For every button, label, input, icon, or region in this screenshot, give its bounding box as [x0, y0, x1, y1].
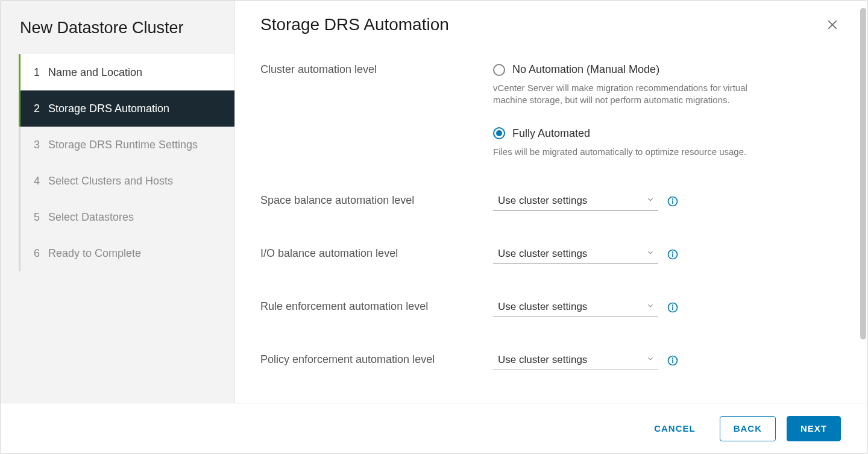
label-cluster-automation-level: Cluster automation level — [260, 63, 493, 158]
wizard-steps: 1 Name and Location 2 Storage DRS Automa… — [19, 54, 234, 271]
step-number: 3 — [34, 139, 48, 151]
step-storage-drs-automation[interactable]: 2 Storage DRS Automation — [19, 90, 234, 127]
chevron-down-icon — [646, 355, 655, 365]
step-label: Name and Location — [48, 66, 142, 79]
svg-point-12 — [672, 358, 673, 359]
select-value: Use cluster settings — [498, 195, 587, 207]
step-label: Storage DRS Automation — [48, 102, 169, 115]
step-number: 2 — [34, 102, 48, 115]
step-number: 5 — [34, 211, 48, 224]
step-ready-to-complete: 6 Ready to Complete — [20, 235, 234, 271]
wizard-sidebar: New Datastore Cluster 1 Name and Locatio… — [1, 1, 235, 403]
chevron-down-icon — [646, 195, 655, 206]
radio-input-fully-automated[interactable] — [493, 127, 505, 139]
select-io-balance[interactable]: Use cluster settings — [493, 247, 658, 264]
wizard-modal: New Datastore Cluster 1 Name and Locatio… — [0, 0, 868, 454]
radio-option-no-automation: No Automation (Manual Mode) vCenter Serv… — [493, 63, 807, 107]
step-label: Select Datastores — [48, 211, 134, 224]
radio-label: No Automation (Manual Mode) — [512, 63, 659, 76]
field-space-balance: Use cluster settings — [493, 194, 807, 211]
svg-point-6 — [672, 251, 673, 253]
svg-rect-7 — [672, 253, 673, 257]
scrollbar[interactable] — [860, 8, 866, 394]
label-rule-enforcement: Rule enforcement automation level — [260, 300, 493, 317]
row-policy-enforcement-automation-level: Policy enforcement automation level Use … — [260, 353, 842, 370]
wizard-content: Storage DRS Automation Cluster automatio… — [235, 1, 867, 403]
radio-input-no-automation[interactable] — [493, 64, 505, 76]
svg-rect-4 — [672, 200, 673, 204]
field-policy-enforcement: Use cluster settings — [493, 353, 807, 370]
step-label: Select Clusters and Hosts — [48, 175, 173, 188]
field-io-balance: Use cluster settings — [493, 247, 807, 264]
select-value: Use cluster settings — [498, 301, 587, 313]
svg-point-9 — [672, 304, 673, 306]
radio-description: vCenter Server will make migration recom… — [493, 82, 758, 107]
field-cluster-automation-level: No Automation (Manual Mode) vCenter Serv… — [493, 63, 807, 158]
info-icon[interactable] — [667, 248, 679, 263]
label-io-balance: I/O balance automation level — [260, 247, 493, 264]
content-header: Storage DRS Automation — [260, 15, 842, 37]
radio-line[interactable]: Fully Automated — [493, 127, 807, 140]
select-value: Use cluster settings — [498, 248, 587, 260]
info-icon[interactable] — [667, 355, 679, 369]
radio-line[interactable]: No Automation (Manual Mode) — [493, 63, 807, 76]
select-value: Use cluster settings — [498, 354, 587, 366]
next-button[interactable]: NEXT — [787, 416, 841, 441]
step-select-clusters-and-hosts: 4 Select Clusters and Hosts — [20, 163, 234, 199]
close-icon — [826, 22, 838, 33]
row-cluster-automation-level: Cluster automation level No Automation (… — [260, 63, 842, 158]
label-policy-enforcement: Policy enforcement automation level — [260, 353, 493, 370]
close-button[interactable] — [823, 15, 842, 37]
step-number: 4 — [34, 175, 48, 188]
back-button[interactable]: BACK — [720, 416, 776, 441]
radio-label: Fully Automated — [512, 127, 590, 140]
wizard-title: New Datastore Cluster — [1, 15, 234, 54]
wizard-footer: CANCEL BACK NEXT — [1, 403, 867, 453]
svg-point-3 — [672, 198, 673, 200]
chevron-down-icon — [646, 248, 655, 259]
scrollbar-thumb[interactable] — [860, 8, 866, 339]
radio-description: Files will be migrated automatically to … — [493, 146, 758, 158]
select-policy-enforcement[interactable]: Use cluster settings — [493, 353, 658, 370]
svg-rect-13 — [672, 359, 673, 363]
info-icon[interactable] — [667, 195, 679, 210]
step-storage-drs-runtime-settings: 3 Storage DRS Runtime Settings — [20, 127, 234, 163]
step-number: 6 — [34, 247, 48, 260]
label-space-balance: Space balance automation level — [260, 194, 493, 211]
select-space-balance[interactable]: Use cluster settings — [493, 194, 658, 211]
modal-body: New Datastore Cluster 1 Name and Locatio… — [1, 1, 867, 403]
svg-rect-10 — [672, 306, 673, 310]
step-number: 1 — [34, 66, 48, 79]
select-rule-enforcement[interactable]: Use cluster settings — [493, 300, 658, 317]
info-icon[interactable] — [667, 301, 679, 316]
cancel-button[interactable]: CANCEL — [641, 416, 709, 441]
step-select-datastores: 5 Select Datastores — [20, 199, 234, 235]
step-label: Storage DRS Runtime Settings — [48, 139, 198, 151]
row-io-balance-automation-level: I/O balance automation level Use cluster… — [260, 247, 842, 264]
row-rule-enforcement-automation-level: Rule enforcement automation level Use cl… — [260, 300, 842, 317]
radio-option-fully-automated: Fully Automated Files will be migrated a… — [493, 127, 807, 158]
page-title: Storage DRS Automation — [260, 15, 449, 34]
field-rule-enforcement: Use cluster settings — [493, 300, 807, 317]
step-label: Ready to Complete — [48, 247, 141, 260]
chevron-down-icon — [646, 301, 655, 312]
step-name-and-location[interactable]: 1 Name and Location — [19, 54, 234, 90]
row-space-balance-automation-level: Space balance automation level Use clust… — [260, 194, 842, 211]
